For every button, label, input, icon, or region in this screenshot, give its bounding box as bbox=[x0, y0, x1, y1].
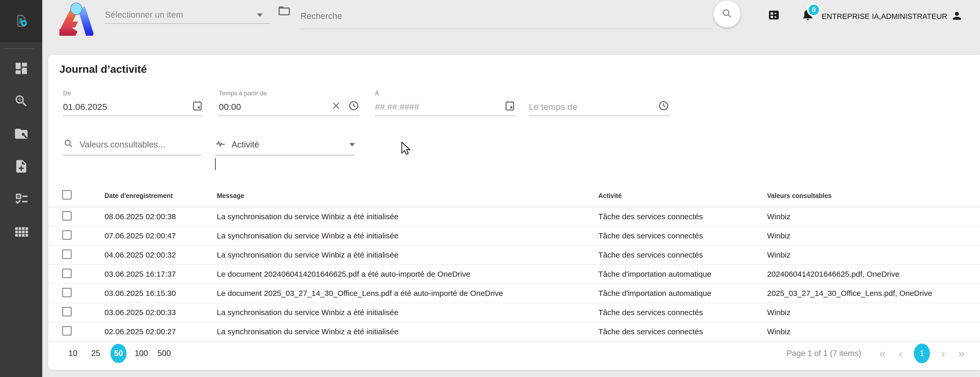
row-message: La synchronisation du service Winbiz a é… bbox=[217, 231, 598, 240]
open-folder-button[interactable] bbox=[277, 4, 291, 17]
pagination-summary: Page 1 of 1 (7 items) bbox=[786, 349, 861, 358]
calendar-icon[interactable] bbox=[192, 100, 203, 114]
sidebar-item-add-document[interactable] bbox=[0, 0, 42, 42]
row-date: 03.06.2025 16:15:30 bbox=[105, 289, 217, 298]
page-size-selector: 10 25 50 100 500 bbox=[65, 342, 172, 364]
row-message: Le document 2025_03_27_14_30_Office_Lens… bbox=[217, 289, 598, 298]
table-row[interactable]: 03.06.2025 16:15:30Le document 2025_03_2… bbox=[48, 284, 980, 303]
date-to-label: À bbox=[375, 90, 515, 98]
item-select[interactable]: Sélectionner un item bbox=[105, 6, 270, 23]
global-search-input[interactable]: Recherche bbox=[301, 8, 713, 29]
column-header-date: Date d'enregistrement bbox=[105, 192, 217, 200]
clear-icon[interactable] bbox=[331, 101, 341, 113]
note-add-icon bbox=[14, 159, 29, 175]
table-row[interactable]: 04.06.2025 02:00:32La synchronisation du… bbox=[48, 246, 980, 265]
date-to-field[interactable]: À ##.##.#### bbox=[375, 90, 515, 116]
activity-log-card: Journal d’activité De 01.06.2025 Temps à… bbox=[48, 55, 980, 370]
sidebar-item-tasks[interactable] bbox=[0, 183, 42, 216]
table-row[interactable]: 08.06.2025 02:00:38La synchronisation du… bbox=[48, 207, 980, 227]
notifications-badge: 0 bbox=[807, 3, 821, 17]
page-size-10[interactable]: 10 bbox=[65, 344, 81, 363]
row-date: 07.06.2025 02:00:47 bbox=[105, 231, 217, 240]
mouse-cursor bbox=[399, 141, 411, 156]
row-checkbox[interactable] bbox=[62, 250, 72, 259]
table-row[interactable]: 03.06.2025 16:17:37Le document 202406041… bbox=[48, 265, 980, 284]
activity-select-label: Activité bbox=[232, 139, 259, 149]
sidebar-item-registers[interactable] bbox=[0, 216, 42, 249]
page-size-25[interactable]: 25 bbox=[88, 344, 104, 363]
table-body: 08.06.2025 02:00:38La synchronisation du… bbox=[48, 207, 980, 342]
current-page-button[interactable]: 1 bbox=[914, 344, 930, 363]
chevron-down-icon bbox=[257, 13, 263, 17]
table-row[interactable]: 03.06.2025 02:00:33La synchronisation du… bbox=[48, 303, 980, 322]
layout-switcher-button[interactable] bbox=[768, 9, 780, 21]
prev-page-button[interactable]: ‹ bbox=[897, 348, 904, 359]
sidebar-item-new-document[interactable] bbox=[0, 150, 42, 183]
row-date: 03.06.2025 02:00:33 bbox=[105, 308, 217, 317]
row-values: Winbiz bbox=[767, 250, 980, 259]
row-message: La synchronisation du service Winbiz a é… bbox=[217, 250, 598, 259]
row-message: Le document 2024060414201646625.pdf a ét… bbox=[217, 270, 598, 279]
row-values: Winbiz bbox=[767, 212, 980, 221]
table-row[interactable]: 07.06.2025 02:00:47La synchronisation du… bbox=[48, 227, 980, 246]
row-activity: Tâche d'importation automatique bbox=[598, 289, 767, 298]
zoom-in-icon bbox=[14, 93, 29, 109]
row-checkbox[interactable] bbox=[62, 307, 72, 316]
sidebar-item-dashboard[interactable] bbox=[0, 52, 42, 85]
clock-icon[interactable] bbox=[658, 100, 669, 114]
row-values: 2024060414201646625.pdf, OneDrive bbox=[767, 270, 980, 279]
date-from-field[interactable]: De 01.06.2025 bbox=[63, 90, 203, 116]
last-page-button[interactable]: » bbox=[957, 348, 966, 359]
row-date: 02.06.2025 02:00:27 bbox=[105, 327, 217, 336]
table-header-row: Date d'enregistrement Message Activité V… bbox=[48, 184, 980, 207]
row-message: La synchronisation du service Winbiz a é… bbox=[217, 308, 598, 317]
time-from-field[interactable]: Temps à partir de 00:00 bbox=[219, 90, 360, 116]
time-from-value: 00:00 bbox=[219, 102, 331, 112]
activity-select[interactable]: Activité bbox=[215, 137, 355, 155]
sidebar-divider bbox=[5, 48, 33, 49]
select-all-checkbox[interactable] bbox=[62, 190, 72, 200]
row-checkbox[interactable] bbox=[62, 326, 72, 336]
page-title: Journal d’activité bbox=[59, 63, 147, 75]
clock-icon[interactable] bbox=[348, 100, 360, 114]
sidebar-item-advanced-search[interactable] bbox=[0, 85, 42, 118]
row-activity: Tâche des services connectés bbox=[598, 308, 767, 317]
app-logo bbox=[59, 3, 94, 36]
sidebar bbox=[0, 0, 42, 377]
checklist-icon bbox=[14, 192, 29, 208]
app-root: Sélectionner un item Recherche bbox=[0, 0, 980, 377]
search-icon bbox=[721, 8, 733, 21]
row-activity: Tâche des services connectés bbox=[598, 212, 767, 221]
row-activity: Tâche des services connectés bbox=[598, 250, 767, 259]
user-label: ENTREPRISE IA,ADMINISTRATEUR bbox=[822, 12, 947, 21]
bell-icon bbox=[801, 18, 815, 22]
layout-icon bbox=[768, 17, 780, 22]
table-row[interactable]: 02.06.2025 02:00:27La synchronisation du… bbox=[48, 322, 980, 342]
row-checkbox[interactable] bbox=[62, 288, 72, 297]
search-button[interactable] bbox=[713, 0, 740, 27]
row-values: 2025_03_27_14_30_Office_Lens.pdf, OneDri… bbox=[767, 289, 980, 298]
time-from-label: Temps à partir de bbox=[219, 90, 360, 98]
time-to-field[interactable]: Le temps de bbox=[529, 90, 669, 116]
page-size-100[interactable]: 100 bbox=[133, 344, 150, 363]
chevron-down-icon bbox=[349, 143, 355, 146]
sidebar-item-browse-documents[interactable] bbox=[0, 118, 42, 150]
row-date: 04.06.2025 02:00:32 bbox=[105, 250, 217, 259]
column-header-activity: Activité bbox=[598, 192, 767, 200]
calendar-icon[interactable] bbox=[504, 100, 515, 114]
user-menu[interactable]: ENTREPRISE IA,ADMINISTRATEUR bbox=[822, 10, 963, 23]
pagination-bar: 10 25 50 100 500 Page 1 of 1 (7 items) «… bbox=[48, 342, 980, 364]
first-page-button[interactable]: « bbox=[878, 348, 887, 359]
next-page-button[interactable]: › bbox=[940, 348, 947, 359]
global-search-placeholder: Recherche bbox=[301, 8, 713, 24]
add-document-icon bbox=[14, 13, 29, 29]
row-checkbox[interactable] bbox=[62, 269, 72, 278]
page-size-500[interactable]: 500 bbox=[156, 344, 172, 363]
row-date: 08.06.2025 02:00:38 bbox=[105, 212, 217, 221]
date-to-placeholder: ##.##.#### bbox=[375, 102, 504, 112]
page-size-50[interactable]: 50 bbox=[110, 344, 127, 363]
lookup-values-input[interactable]: Valeurs consultables... bbox=[63, 137, 201, 155]
row-checkbox[interactable] bbox=[62, 230, 72, 240]
dashboard-icon bbox=[14, 61, 29, 77]
row-checkbox[interactable] bbox=[62, 211, 72, 220]
